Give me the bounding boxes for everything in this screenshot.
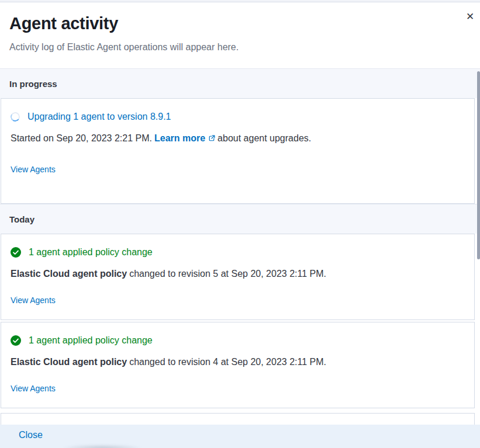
activity-title: 1 agent applied policy change — [29, 335, 153, 346]
activity-title-row: 1 agent applied policy change — [11, 335, 465, 346]
activity-description-text: changed to revision 4 at Sep 20, 2023 2:… — [129, 357, 326, 367]
flyout-header: Agent activity Activity log of Elastic A… — [0, 2, 480, 65]
card-gap — [0, 408, 480, 413]
section-header-today: Today — [0, 204, 480, 234]
activity-card-policy-change-rev4: 1 agent applied policy change Elastic Cl… — [1, 322, 475, 408]
check-circle-icon — [11, 335, 21, 346]
activity-log-scroll-area[interactable]: In progress Upgrading 1 agent to version… — [0, 68, 480, 448]
section-label: Today — [9, 214, 34, 224]
activity-card-upgrade: Upgrading 1 agent to version 8.9.1 Start… — [1, 98, 475, 204]
bottom-shadow-artifact — [61, 444, 143, 448]
scrollbar-thumb[interactable] — [477, 71, 480, 259]
activity-description: Started on Sep 20, 2023 2:21 PM.Learn mo… — [11, 132, 465, 145]
policy-name: Elastic Cloud agent policy — [11, 269, 127, 279]
activity-title-row: Upgrading 1 agent to version 8.9.1 — [11, 112, 465, 122]
activity-description-text: changed to revision 5 at Sep 20, 2023 2:… — [129, 269, 326, 279]
learn-more-link[interactable]: Learn more — [154, 133, 205, 143]
flyout-footer: Close — [0, 425, 480, 448]
external-link-icon — [208, 135, 215, 142]
activity-title: 1 agent applied policy change — [29, 247, 153, 258]
page-subtitle: Activity log of Elastic Agent operations… — [9, 41, 452, 53]
activity-description: Elastic Cloud agent policychanged to rev… — [11, 268, 465, 280]
view-agents-link[interactable]: View Agents — [11, 165, 56, 174]
close-icon: ✕ — [466, 11, 474, 22]
activity-title-link[interactable]: Upgrading 1 agent to version 8.9.1 — [27, 112, 171, 122]
activity-timestamp-text: Started on Sep 20, 2023 2:21 PM. — [11, 133, 152, 143]
section-label: In progress — [9, 79, 57, 89]
loading-spinner-icon — [10, 112, 21, 123]
section-header-in-progress: In progress — [0, 68, 480, 98]
policy-name: Elastic Cloud agent policy — [11, 357, 127, 367]
view-agents-link[interactable]: View Agents — [11, 384, 56, 393]
check-circle-icon — [11, 247, 21, 258]
activity-description: Elastic Cloud agent policychanged to rev… — [11, 356, 465, 369]
view-agents-link[interactable]: View Agents — [11, 296, 56, 305]
close-link[interactable]: Close — [19, 430, 43, 440]
activity-title-row: 1 agent applied policy change — [11, 247, 465, 258]
activity-card-policy-change-rev5: 1 agent applied policy change Elastic Cl… — [1, 234, 475, 320]
activity-description-suffix: about agent upgrades. — [217, 133, 311, 143]
close-button[interactable]: ✕ — [462, 9, 478, 25]
page-title: Agent activity — [9, 14, 452, 33]
